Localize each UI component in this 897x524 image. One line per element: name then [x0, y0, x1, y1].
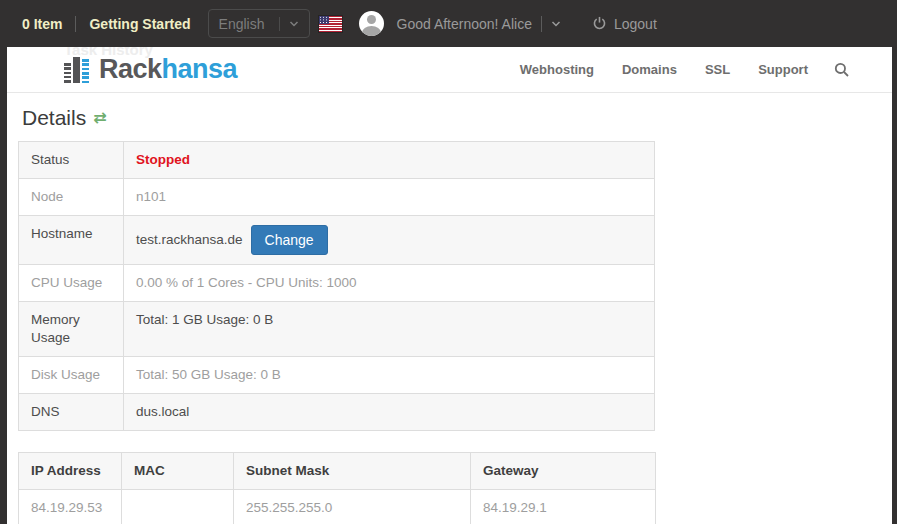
nav-item-domains[interactable]: Domains	[622, 62, 677, 77]
row-label: CPU Usage	[19, 265, 124, 302]
topbar-left: 0 Item Getting Started English Good Afte…	[22, 9, 657, 38]
page: Task History Rackhansa Webhosting Domain…	[7, 47, 892, 524]
row-value: dus.local	[124, 394, 655, 431]
getting-started-link[interactable]: Getting Started	[89, 16, 190, 32]
gateway-cell: 84.19.29.1	[471, 490, 656, 524]
column-header: MAC	[122, 453, 234, 490]
mac-cell	[122, 490, 234, 524]
hostname-value: test.rackhansa.de	[136, 231, 243, 249]
us-flag-icon[interactable]	[319, 16, 342, 32]
nav-item-webhosting[interactable]: Webhosting	[520, 62, 594, 77]
flag-canton	[319, 16, 329, 24]
ip-address-cell: 84.19.29.53	[19, 490, 122, 524]
divider	[541, 16, 542, 32]
avatar-torso	[362, 26, 381, 36]
chevron-down-icon	[551, 20, 561, 28]
chevron-down-icon	[289, 20, 299, 28]
network-table: IP Address MAC Subnet Mask Gateway 84.19…	[18, 452, 656, 524]
row-value: n101	[124, 179, 655, 216]
change-hostname-button[interactable]: Change	[251, 225, 328, 255]
table-row: Disk Usage Total: 50 GB Usage: 0 B	[19, 357, 655, 394]
language-select-value: English	[219, 16, 265, 32]
logout-label: Logout	[614, 16, 657, 32]
nav-menu: Webhosting Domains SSL Support	[492, 62, 850, 78]
subnet-mask-cell: 255.255.255.0	[234, 490, 471, 524]
table-row: Node n101	[19, 179, 655, 216]
column-header: Gateway	[471, 453, 656, 490]
language-select[interactable]: English	[208, 9, 310, 38]
topbar: 0 Item Getting Started English Good Afte…	[0, 0, 897, 47]
table-row: 84.19.29.53 255.255.255.0 84.19.29.1	[19, 490, 656, 524]
row-label: Node	[19, 179, 124, 216]
logo-bars-icon	[64, 57, 91, 83]
greeting-text: Good Afternoon! Alice	[397, 16, 532, 32]
avatar[interactable]	[359, 11, 384, 36]
cart-items-link[interactable]: 0 Item	[22, 16, 62, 32]
main-content: Details ⇄ Status Stopped Node n101 Hostn…	[7, 106, 892, 524]
nav-item-support[interactable]: Support	[758, 62, 808, 77]
row-label: Status	[19, 142, 124, 179]
table-row: CPU Usage 0.00 % of 1 Cores - CPU Units:…	[19, 265, 655, 302]
logo-text: Rackhansa	[99, 54, 237, 85]
row-label: DNS	[19, 394, 124, 431]
search-button[interactable]	[834, 62, 850, 78]
search-icon	[834, 62, 850, 78]
avatar-head	[367, 15, 376, 24]
user-menu[interactable]: Good Afternoon! Alice	[397, 16, 561, 32]
column-header: IP Address	[19, 453, 122, 490]
row-label: Disk Usage	[19, 357, 124, 394]
column-header: Subnet Mask	[234, 453, 471, 490]
table-row: Hostname test.rackhansa.de Change	[19, 216, 655, 265]
logout-button[interactable]: Logout	[592, 16, 657, 32]
row-value: Total: 1 GB Usage: 0 B	[124, 302, 655, 357]
table-header-row: IP Address MAC Subnet Mask Gateway	[19, 453, 656, 490]
refresh-icon[interactable]: ⇄	[93, 110, 106, 126]
nav-item-ssl[interactable]: SSL	[705, 62, 730, 77]
divider	[279, 17, 280, 31]
table-row: Memory Usage Total: 1 GB Usage: 0 B	[19, 302, 655, 357]
status-badge: Stopped	[136, 152, 190, 167]
page-title-text: Details	[22, 106, 86, 130]
row-label: Memory Usage	[19, 302, 124, 357]
row-value: Total: 50 GB Usage: 0 B	[124, 357, 655, 394]
table-row: DNS dus.local	[19, 394, 655, 431]
power-icon	[592, 16, 607, 31]
table-row: Status Stopped	[19, 142, 655, 179]
navbar: Task History Rackhansa Webhosting Domain…	[7, 47, 892, 93]
details-table: Status Stopped Node n101 Hostname test.r…	[18, 141, 655, 431]
logo[interactable]: Rackhansa	[64, 54, 237, 85]
divider	[75, 16, 76, 32]
page-title: Details ⇄	[22, 106, 881, 130]
row-label: Hostname	[19, 216, 124, 265]
row-value: 0.00 % of 1 Cores - CPU Units: 1000	[124, 265, 655, 302]
